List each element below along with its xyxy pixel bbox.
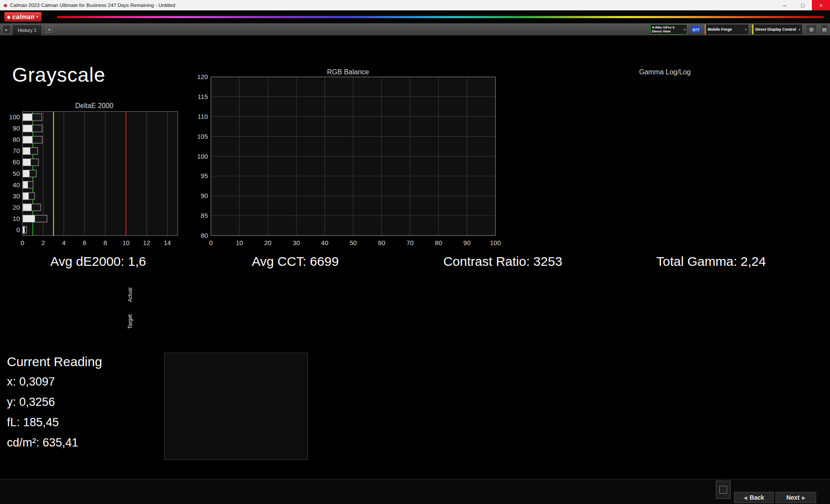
grayscale-swatch-strip: Actual Target [0,279,830,345]
settings-button[interactable]: ⚙ [806,24,817,35]
svg-text:100: 100 [9,113,20,121]
svg-text:30: 30 [13,192,20,200]
meter-mode: Direct View [652,29,684,33]
svg-text:12: 12 [143,239,150,246]
maximize-button[interactable]: □ [794,0,812,10]
svg-text:80: 80 [201,232,208,239]
svg-text:2: 2 [42,239,45,246]
svg-text:30: 30 [293,239,300,246]
chevron-down-icon: ▾ [798,28,800,32]
svg-text:70: 70 [406,239,414,246]
svg-text:80: 80 [13,136,20,143]
svg-text:115: 115 [198,93,208,100]
calman-menu-button[interactable]: ◆ calman ▾ [4,12,42,22]
app-icon: ◆ [3,2,7,8]
svg-text:0: 0 [21,239,24,246]
panel-toggle-button[interactable]: ▤ [820,24,828,35]
add-tab-button[interactable]: + [46,26,53,33]
toolbar-right: X-Rite i1Pro 3 Direct View ▾ 577 Mobile … [650,24,828,35]
svg-text:4: 4 [62,239,66,246]
svg-text:0: 0 [209,239,213,246]
tab-history-1[interactable]: History 1 [12,25,42,35]
back-icon: ◀ [744,495,747,500]
calman-app: ◆ Calman 2023 Calman Ultimate for Busine… [0,0,830,504]
tab-bar: ▸ History 1 + X-Rite i1Pro 3 Direct View… [0,23,830,35]
svg-text:0: 0 [16,226,20,233]
svg-text:90: 90 [13,124,20,132]
svg-text:60: 60 [13,158,20,166]
svg-text:100: 100 [490,239,501,246]
svg-text:90: 90 [201,192,208,199]
pattern-source-select[interactable]: Mobile Forge ▾ [705,24,749,35]
svg-text:6: 6 [83,239,86,246]
logo-bar: ◆ calman ▾ [0,10,830,23]
display-control-label: Direct Display Control [755,27,797,32]
svg-text:8: 8 [103,239,107,246]
svg-text:50: 50 [350,239,357,246]
back-button[interactable]: ◀ Back [734,492,774,503]
svg-text:70: 70 [13,147,20,154]
next-label: Next [786,494,799,501]
avg-cct-stat: Avg CCT: 6699 [252,254,338,269]
chevron-down-icon: ▾ [745,28,747,32]
reading-fl: fL: 185,45 [7,416,59,429]
contrast-ratio-stat: Contrast Ratio: 3253 [443,254,562,269]
svg-text:105: 105 [197,133,208,140]
gamma-chart-title: Gamma Log/Log [511,68,819,76]
tab-scroll-button[interactable]: ▸ [3,25,10,34]
chevron-down-icon: ▾ [684,28,686,32]
rainbow-gradient-bar [57,16,824,18]
svg-text:50: 50 [13,170,20,177]
gear-icon: ⚙ [809,26,814,33]
meter-count-badge: 577 [691,26,701,33]
svg-text:60: 60 [378,239,385,246]
reading-x: x: 0,3097 [7,375,55,389]
svg-text:10: 10 [236,239,243,246]
chevron-down-icon: ▾ [36,15,38,19]
reading-y: y: 0,3256 [7,396,55,409]
brand-name: calman [12,13,34,20]
svg-text:14: 14 [164,239,171,246]
close-button[interactable]: × [812,0,830,10]
svg-text:10: 10 [122,239,130,246]
cie-chart [164,353,308,460]
current-patch-icon [719,486,727,494]
svg-text:120: 120 [197,74,208,80]
current-reading-title: Current Reading [7,354,102,369]
svg-text:20: 20 [13,204,20,211]
next-button[interactable]: Next ▶ [776,492,816,503]
next-icon: ▶ [802,495,805,500]
window-title: Calman 2023 Calman Ultimate for Business… [10,3,175,8]
svg-text:95: 95 [201,172,208,179]
avg-de2000-stat: Avg dE2000: 1,6 [50,254,146,269]
reading-cdm2: cd/m²: 635,41 [7,436,78,450]
deltae-chart: 024681012141009080706050403020100 [8,109,181,251]
svg-text:80: 80 [435,239,442,246]
patch-window-button[interactable] [716,481,731,499]
meter-name: X-Rite i1Pro 3 [652,26,684,29]
svg-text:10: 10 [13,215,20,222]
bottom-bar: ◀ Back Next ▶ [0,479,830,504]
window-controls: – □ × [776,0,830,10]
rgb-balance-chart: 0102030405060708090100808590951001051101… [195,74,501,254]
minimize-button[interactable]: – [776,0,794,10]
svg-text:40: 40 [13,181,20,188]
total-gamma-stat: Total Gamma: 2,24 [656,254,766,269]
display-control-select[interactable]: Direct Display Control ▾ [752,24,802,35]
svg-text:100: 100 [197,153,208,160]
svg-text:20: 20 [264,239,271,246]
svg-text:110: 110 [198,113,208,120]
meter-select[interactable]: X-Rite i1Pro 3 Direct View ▾ [650,24,687,35]
page-title: Grayscale [12,63,105,86]
back-label: Back [750,494,764,501]
meter-labels: X-Rite i1Pro 3 Direct View [652,26,684,33]
svg-text:90: 90 [463,239,471,246]
titlebar: ◆ Calman 2023 Calman Ultimate for Busine… [0,0,830,10]
svg-text:85: 85 [201,212,208,219]
svg-text:40: 40 [321,239,329,246]
pattern-source-label: Mobile Forge [708,27,743,32]
target-row-label: Target [127,311,133,332]
actual-row-label: Actual [127,284,133,306]
calman-logo-icon: ◆ [7,14,10,20]
panel-icon: ▤ [822,27,827,32]
